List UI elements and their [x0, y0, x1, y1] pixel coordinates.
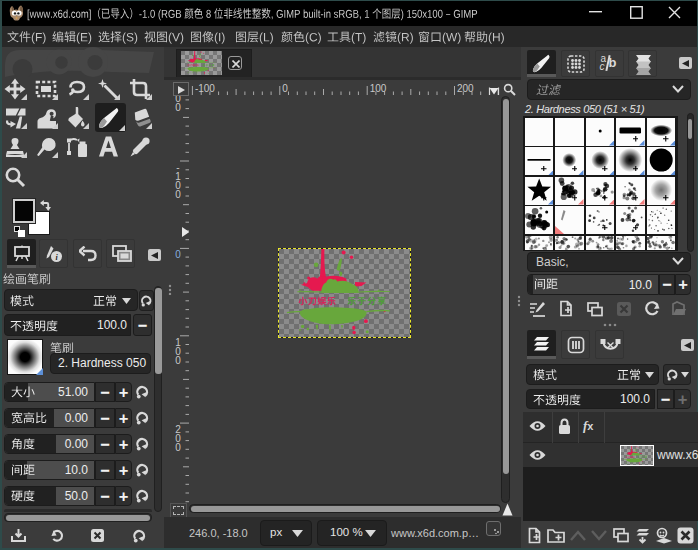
- svg-text:0: 0: [282, 83, 288, 94]
- svg-text:0: 0: [175, 442, 181, 453]
- svg-text:200: 200: [457, 83, 474, 94]
- svg-text:0: 0: [175, 355, 181, 366]
- svg-text:0: 0: [175, 102, 181, 113]
- svg-text:0: 0: [175, 249, 181, 260]
- svg-text:-100: -100: [195, 83, 215, 94]
- svg-text:100: 100: [370, 83, 387, 94]
- svg-text:0: 0: [175, 189, 181, 200]
